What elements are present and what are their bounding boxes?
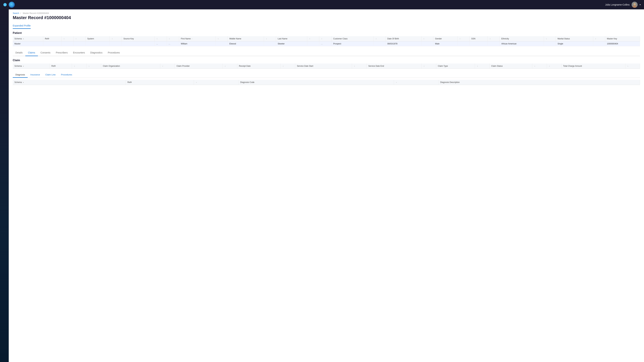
details-section: Diagnosis Insurance Claim Line Procedure… bbox=[13, 72, 640, 85]
th-nav-ln-l[interactable]: ‹ bbox=[307, 36, 319, 41]
th-nav-right-system2[interactable]: ‹ bbox=[110, 36, 122, 41]
master-nav-mn bbox=[264, 41, 276, 46]
th-nav-cs-l[interactable]: ‹ bbox=[532, 63, 547, 69]
th-claim-schema[interactable]: Schema ▾ bbox=[13, 63, 50, 69]
th-ssn[interactable]: SSN bbox=[470, 36, 488, 41]
th-last-name[interactable]: Last Name bbox=[276, 36, 307, 41]
th-nav-left-sys[interactable]: ‹ bbox=[62, 36, 74, 41]
user-dropdown-arrow[interactable]: ▾ bbox=[640, 3, 641, 6]
main-tab-encounters[interactable]: Encounters bbox=[70, 50, 88, 56]
th-claim-ref[interactable]: Ref# bbox=[50, 63, 72, 69]
th-nav-se[interactable]: ‹ bbox=[422, 63, 436, 69]
th-claim-nav-cp[interactable]: ‹ bbox=[222, 63, 237, 69]
th-claim-nav-co[interactable]: ‹ bbox=[160, 63, 175, 69]
master-middle-name: Elwood bbox=[228, 41, 264, 46]
th-nav-fn[interactable]: › bbox=[216, 36, 228, 41]
th-master-key[interactable]: Master Key bbox=[605, 36, 640, 41]
th-receipt-date[interactable]: Receipt Date bbox=[237, 63, 280, 69]
master-dob: 08/03/1978 bbox=[386, 41, 421, 46]
back-button[interactable]: › bbox=[3, 3, 7, 6]
th-claim-nav-l[interactable]: ‹ bbox=[72, 63, 86, 69]
th-nav-cs-r[interactable]: › bbox=[547, 63, 561, 69]
th-service-end[interactable]: Service Date End bbox=[366, 63, 422, 69]
th-nav-rd[interactable]: ‹ bbox=[280, 63, 295, 69]
th-gender[interactable]: Gender bbox=[433, 36, 458, 41]
main-tab-details[interactable]: Details bbox=[13, 50, 25, 56]
main-tab-procedures[interactable]: Procedures bbox=[105, 50, 122, 56]
th-nav-marital[interactable]: ‹ bbox=[593, 36, 605, 41]
th-claim-provider[interactable]: Claim Provider bbox=[175, 63, 222, 69]
profile-section: Expanded Profile Patient Schema ▾ Ref# ‹… bbox=[13, 23, 640, 85]
top-navigation: › Julia Longname-Collins ▾ bbox=[0, 0, 644, 9]
master-gender: Male bbox=[433, 41, 458, 46]
patient-table-wrapper: Schema ▾ Ref# ‹ › System ‹ Source Key ‹ … bbox=[13, 36, 640, 46]
master-last-name: Skeeter bbox=[276, 41, 307, 46]
master-nav-ssn bbox=[488, 41, 500, 46]
app-logo bbox=[9, 2, 15, 8]
th-nav-eth[interactable]: ‹ bbox=[544, 36, 556, 41]
th-ref[interactable]: Ref# bbox=[43, 36, 62, 41]
th-claim-org[interactable]: Claim Organization bbox=[101, 63, 160, 69]
master-nav1 bbox=[62, 41, 74, 46]
th-schema[interactable]: Schema ▾ bbox=[13, 36, 43, 41]
th-nav-right-sk[interactable]: › bbox=[167, 36, 179, 41]
patient-master-row: Master ... ... William Elwood bbox=[13, 41, 640, 46]
th-diag-desc[interactable]: Diagnosis Description bbox=[438, 80, 640, 85]
detail-tab-procedures[interactable]: Procedures bbox=[58, 72, 75, 78]
claim-section-title: Claim bbox=[13, 59, 640, 62]
claim-section: Claim Schema ▾ Ref# ‹ › Claim Organizati… bbox=[13, 59, 640, 69]
th-diag-code[interactable]: Diagnosis Code bbox=[238, 80, 394, 85]
th-diag-nav-l[interactable]: ‹ bbox=[194, 80, 238, 85]
th-nav-gender[interactable]: ‹ bbox=[458, 36, 470, 41]
th-marital[interactable]: Marital Status bbox=[556, 36, 593, 41]
th-ethnicity[interactable]: Ethnicity bbox=[500, 36, 544, 41]
detail-tab-insurance[interactable]: Insurance bbox=[28, 72, 42, 78]
master-nav-fn bbox=[216, 41, 228, 46]
tab-expanded-profile[interactable]: Expanded Profile bbox=[13, 23, 31, 29]
th-nav-tca[interactable]: ‹ bbox=[625, 63, 640, 69]
diagnosis-table: Schema ▾ Ref# ‹ Diagnosis Code ‹ Diagnos… bbox=[13, 80, 640, 85]
avatar bbox=[632, 2, 638, 8]
main-tab-claims[interactable]: Claims bbox=[25, 50, 38, 56]
detail-tab-claim-line[interactable]: Claim Line bbox=[42, 72, 58, 78]
master-nav2 bbox=[74, 41, 86, 46]
th-claim-type[interactable]: Claim Type bbox=[436, 63, 475, 69]
th-nav-dob[interactable]: ‹ bbox=[421, 36, 433, 41]
breadcrumb-search-link[interactable]: Search bbox=[13, 12, 19, 14]
breadcrumb: Search / Master Record #1000000404 bbox=[13, 12, 640, 14]
main-tab-prescribers[interactable]: Prescribers bbox=[53, 50, 70, 56]
th-dob[interactable]: Date Of Birth bbox=[386, 36, 421, 41]
th-source-key[interactable]: Source Key bbox=[122, 36, 154, 41]
main-tab-diagnostics[interactable]: Diagnostics bbox=[88, 50, 105, 56]
master-ref bbox=[43, 41, 62, 46]
th-total-charge[interactable]: Total Charge Amount bbox=[561, 63, 625, 69]
th-nav-ss[interactable]: ‹ bbox=[352, 63, 366, 69]
th-nav-left-sk[interactable]: ‹ bbox=[154, 36, 167, 41]
th-nav-cc[interactable]: ‹ bbox=[374, 36, 386, 41]
th-nav-right-sys[interactable]: › bbox=[74, 36, 86, 41]
th-diag-ref[interactable]: Ref# bbox=[126, 80, 194, 85]
th-nav-ct[interactable]: ‹ bbox=[475, 63, 490, 69]
main-tab-consents[interactable]: Consents bbox=[38, 50, 53, 56]
th-nav-ssn[interactable]: ‹ bbox=[488, 36, 500, 41]
th-customer-class[interactable]: Customer Class bbox=[332, 36, 374, 41]
th-nav-mn[interactable]: ‹ bbox=[264, 36, 276, 41]
th-service-start[interactable]: Service Date Start bbox=[295, 63, 352, 69]
patient-table: Schema ▾ Ref# ‹ › System ‹ Source Key ‹ … bbox=[13, 36, 640, 46]
th-first-name[interactable]: First Name ‹ bbox=[179, 36, 216, 41]
detail-tab-diagnosis[interactable]: Diagnosis bbox=[13, 72, 28, 78]
th-diag-nav-dc[interactable]: ‹ bbox=[394, 80, 438, 85]
master-schema: Master bbox=[13, 41, 43, 46]
th-middle-name[interactable]: Middle Name bbox=[228, 36, 264, 41]
th-claim-status[interactable]: Claim Status bbox=[490, 63, 532, 69]
patient-section: Patient Schema ▾ Ref# ‹ › System ‹ Sourc… bbox=[13, 31, 640, 46]
th-system[interactable]: System bbox=[86, 36, 110, 41]
th-nav-ln-r[interactable]: › bbox=[319, 36, 332, 41]
master-nav3 bbox=[110, 41, 122, 46]
master-customer-class: Prospect bbox=[332, 41, 374, 46]
th-diag-schema[interactable]: Schema ▾ bbox=[13, 80, 126, 85]
th-claim-nav-r[interactable]: › bbox=[86, 63, 101, 69]
master-nav-marital bbox=[593, 41, 605, 46]
diagnosis-table-wrapper: Schema ▾ Ref# ‹ Diagnosis Code ‹ Diagnos… bbox=[13, 80, 640, 85]
master-ethnicity: African American bbox=[500, 41, 544, 46]
